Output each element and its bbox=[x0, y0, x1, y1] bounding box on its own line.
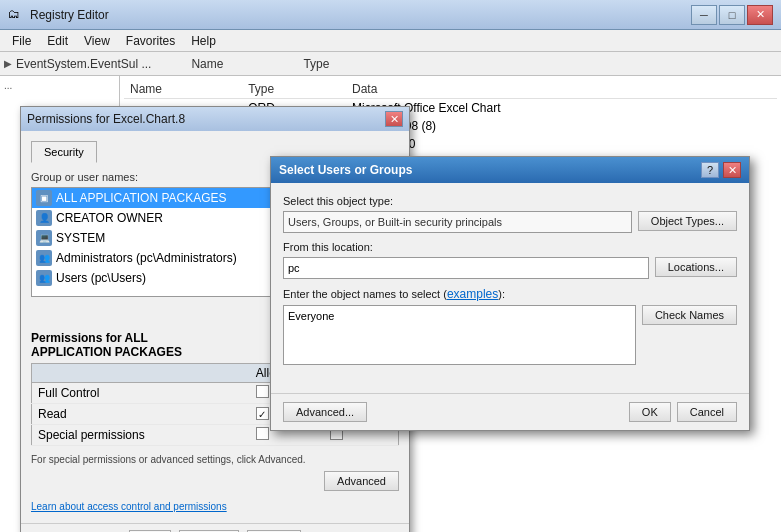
menu-help[interactable]: Help bbox=[183, 32, 224, 50]
menu-file[interactable]: File bbox=[4, 32, 39, 50]
select-dialog-title-bar: Select Users or Groups ? ✕ bbox=[271, 157, 749, 183]
app-icon: 🗂 bbox=[8, 7, 24, 23]
perm-label-special: Special permissions bbox=[32, 425, 250, 446]
content-area: ... Name Type Data ORD Microsoft Office … bbox=[0, 76, 781, 532]
select-dialog-title: Select Users or Groups bbox=[279, 163, 412, 177]
learn-link-row: Learn about access control and permissio… bbox=[31, 499, 399, 513]
examples-link[interactable]: examples bbox=[447, 287, 498, 301]
user-icon-admins: 👥 bbox=[36, 250, 52, 266]
select-advanced-button[interactable]: Advanced... bbox=[283, 402, 367, 422]
learn-link[interactable]: Learn about access control and permissio… bbox=[31, 501, 227, 512]
names-label: Enter the object names to select (exampl… bbox=[283, 287, 737, 301]
select-footer-right: OK Cancel bbox=[629, 402, 737, 422]
user-name-all-app: ALL APPLICATION PACKAGES bbox=[56, 191, 227, 205]
title-bar-controls: ─ □ ✕ bbox=[691, 5, 773, 25]
user-icon-all-app: ▣ bbox=[36, 190, 52, 206]
advanced-button[interactable]: Advanced bbox=[324, 471, 399, 491]
address-bar: ▶ EventSystem.EventSul ... Name Type bbox=[0, 52, 781, 76]
select-dialog-footer: Advanced... OK Cancel bbox=[271, 393, 749, 430]
title-bar: 🗂 Registry Editor ─ □ ✕ bbox=[0, 0, 781, 30]
maximize-button[interactable]: □ bbox=[719, 5, 745, 25]
perm-title-label: Permissions for ALL bbox=[31, 331, 148, 345]
user-name-system: SYSTEM bbox=[56, 231, 105, 245]
advanced-btn-row: Advanced bbox=[31, 471, 399, 491]
object-type-input[interactable] bbox=[283, 211, 632, 233]
user-icon-creator: 👤 bbox=[36, 210, 52, 226]
menu-favorites[interactable]: Favorites bbox=[118, 32, 183, 50]
user-name-creator: CREATOR OWNER bbox=[56, 211, 163, 225]
menu-bar: File Edit View Favorites Help bbox=[0, 30, 781, 52]
perm-label-read: Read bbox=[32, 404, 250, 425]
col-type: Type bbox=[242, 80, 346, 99]
user-icon-system: 💻 bbox=[36, 230, 52, 246]
names-row: Everyone Check Names bbox=[283, 305, 737, 373]
perm-col-name bbox=[32, 364, 250, 383]
col-data: Data bbox=[346, 80, 777, 99]
window-title: Registry Editor bbox=[30, 8, 109, 22]
title-bar-left: 🗂 Registry Editor bbox=[8, 7, 109, 23]
close-button[interactable]: ✕ bbox=[747, 5, 773, 25]
object-type-label: Select this object type: bbox=[283, 195, 737, 207]
select-dialog-help-button[interactable]: ? bbox=[701, 162, 719, 178]
permissions-title-bar: Permissions for Excel.Chart.8 ✕ bbox=[21, 107, 409, 131]
col-name: Name bbox=[124, 80, 242, 99]
names-input[interactable]: Everyone bbox=[283, 305, 636, 365]
perm-title-sub: APPLICATION PACKAGES bbox=[31, 345, 182, 359]
nav-arrow: ▶ bbox=[4, 58, 12, 69]
permissions-footer: OK Cancel Apply bbox=[21, 523, 409, 532]
select-dialog-close-button[interactable]: ✕ bbox=[723, 162, 741, 178]
tree-placeholder: ... bbox=[2, 78, 117, 93]
minimize-button[interactable]: ─ bbox=[691, 5, 717, 25]
permissions-title: Permissions for Excel.Chart.8 bbox=[27, 112, 185, 126]
location-input[interactable] bbox=[283, 257, 649, 279]
menu-view[interactable]: View bbox=[76, 32, 118, 50]
col-type-header: Type bbox=[303, 57, 329, 71]
user-icon-users: 👥 bbox=[36, 270, 52, 286]
select-cancel-button[interactable]: Cancel bbox=[677, 402, 737, 422]
user-name-users: Users (pc\Users) bbox=[56, 271, 146, 285]
select-dialog-controls: ? ✕ bbox=[701, 162, 741, 178]
main-content: ▶ EventSystem.EventSul ... Name Type ...… bbox=[0, 52, 781, 532]
location-label: From this location: bbox=[283, 241, 737, 253]
check-names-button[interactable]: Check Names bbox=[642, 305, 737, 325]
location-row: Locations... bbox=[283, 257, 737, 279]
address-path: EventSystem.EventSul ... bbox=[16, 57, 151, 71]
object-type-row: Object Types... bbox=[283, 211, 737, 233]
menu-edit[interactable]: Edit bbox=[39, 32, 76, 50]
user-name-admins: Administrators (pc\Administrators) bbox=[56, 251, 237, 265]
perm-label-full: Full Control bbox=[32, 383, 250, 404]
col-name-header: Name bbox=[191, 57, 223, 71]
select-users-dialog: Select Users or Groups ? ✕ Select this o… bbox=[270, 156, 750, 431]
permissions-close-button[interactable]: ✕ bbox=[385, 111, 403, 127]
locations-button[interactable]: Locations... bbox=[655, 257, 737, 277]
select-ok-button[interactable]: OK bbox=[629, 402, 671, 422]
footer-text: For special permissions or advanced sett… bbox=[31, 454, 399, 465]
object-types-button[interactable]: Object Types... bbox=[638, 211, 737, 231]
select-dialog-content: Select this object type: Object Types...… bbox=[271, 183, 749, 393]
tab-security[interactable]: Security bbox=[31, 141, 97, 163]
